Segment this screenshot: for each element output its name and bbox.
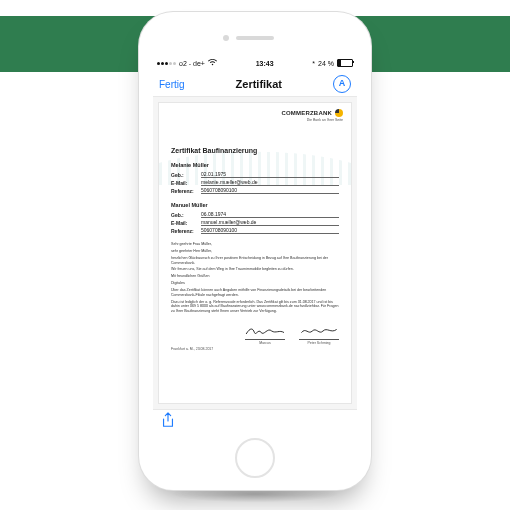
person-block-2: Manuel Müller Geb.:06.08.1974 E-Mail:man… bbox=[171, 202, 339, 234]
signature-2: Peter Schmieg bbox=[299, 324, 339, 345]
status-bar: o2 - de+ 13:43 * 24 % bbox=[153, 56, 357, 72]
clock: 13:43 bbox=[256, 60, 274, 67]
share-icon[interactable] bbox=[161, 412, 175, 432]
person-name: Melanie Müller bbox=[171, 162, 339, 168]
earpiece bbox=[236, 36, 274, 40]
signature-1: Marcus bbox=[245, 324, 285, 345]
person-name: Manuel Müller bbox=[171, 202, 339, 208]
home-button[interactable] bbox=[235, 438, 275, 478]
brand-tagline: Die Bank an Ihrer Seite bbox=[281, 118, 343, 122]
wifi-icon bbox=[208, 59, 217, 68]
front-camera bbox=[223, 35, 229, 41]
person-block-1: Melanie Müller Geb.:02.01.1975 E-Mail:me… bbox=[171, 162, 339, 194]
brand-block: COMMERZBANK Die Bank an Ihrer Seite bbox=[281, 109, 343, 122]
screen: o2 - de+ 13:43 * 24 % Fertig Zertifikat bbox=[153, 56, 357, 434]
nav-bar: Fertig Zertifikat A bbox=[153, 72, 357, 97]
phone-frame: o2 - de+ 13:43 * 24 % Fertig Zertifikat bbox=[139, 12, 371, 490]
signal-dots-icon bbox=[157, 62, 176, 65]
reader-button[interactable]: A bbox=[333, 75, 351, 93]
brand-logo-icon bbox=[335, 109, 343, 117]
battery-pct: 24 % bbox=[318, 60, 334, 67]
document-title: Zertifikat Baufinanzierung bbox=[171, 147, 339, 154]
carrier-label: o2 - de+ bbox=[179, 60, 205, 67]
battery-icon bbox=[337, 59, 353, 67]
brand-name: COMMERZBANK bbox=[281, 110, 332, 116]
document-viewport[interactable]: COMMERZBANK Die Bank an Ihrer Seite Zert… bbox=[153, 97, 357, 409]
document-body: Sehr geehrte Frau Müller, sehr geehrter … bbox=[171, 242, 339, 314]
document-page: COMMERZBANK Die Bank an Ihrer Seite Zert… bbox=[159, 103, 351, 403]
bottom-toolbar bbox=[153, 409, 357, 434]
bluetooth-icon: * bbox=[312, 60, 315, 67]
done-button[interactable]: Fertig bbox=[159, 79, 185, 90]
page-title: Zertifikat bbox=[236, 78, 282, 90]
footer-date: Frankfurt a. M., 23.08.2017 bbox=[171, 347, 339, 351]
signature-row: Marcus Peter Schmieg bbox=[171, 324, 339, 345]
